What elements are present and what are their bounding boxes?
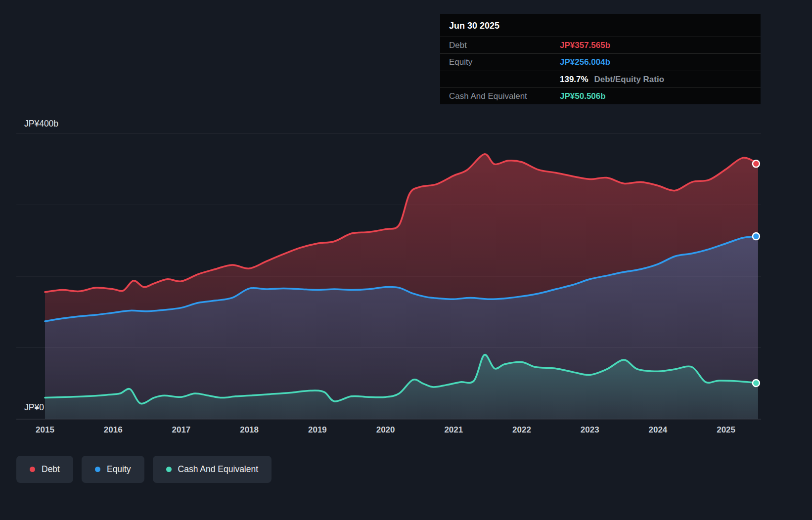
x-tick-2025: 2025: [717, 425, 735, 435]
x-tick-2022: 2022: [512, 425, 531, 435]
cash-series-dot-icon: [166, 467, 172, 472]
x-tick-2016: 2016: [104, 425, 123, 435]
x-tick-2021: 2021: [444, 425, 463, 435]
tooltip-debt-label: Debt: [449, 40, 560, 50]
debt-equity-history-panel: JP¥400b JP¥0 2015 2016 2017 2018 2019 20…: [0, 0, 812, 520]
x-tick-2020: 2020: [376, 425, 395, 435]
equity-series-dot-icon: [95, 467, 100, 472]
x-tick-2017: 2017: [172, 425, 190, 435]
x-tick-2023: 2023: [581, 425, 599, 435]
x-tick-2019: 2019: [308, 425, 327, 435]
legend: Debt Equity Cash And Equivalent: [16, 456, 271, 483]
x-tick-2015: 2015: [36, 425, 54, 435]
tooltip-debt-value: JP¥357.565b: [560, 40, 610, 50]
legend-item-cash[interactable]: Cash And Equivalent: [153, 456, 271, 483]
tooltip-equity-label: Equity: [449, 57, 560, 67]
tooltip-ratio-label: Debt/Equity Ratio: [594, 75, 664, 84]
tooltip-ratio-row: 139.7% Debt/Equity Ratio: [440, 71, 761, 87]
tooltip-cash-value: JP¥50.506b: [560, 91, 606, 101]
tooltip-debt-row: Debt JP¥357.565b: [440, 37, 761, 53]
tooltip-equity-row: Equity JP¥256.004b: [440, 53, 761, 70]
y-axis-label-min: JP¥0: [24, 402, 44, 413]
legend-debt-label: Debt: [42, 464, 60, 475]
tooltip-equity-value: JP¥256.004b: [560, 57, 610, 67]
x-tick-2018: 2018: [240, 425, 259, 435]
tooltip-ratio-value: 139.7%: [560, 75, 588, 84]
debt-series-dot-icon: [30, 467, 35, 472]
legend-equity-label: Equity: [107, 464, 131, 475]
chart-tooltip: Jun 30 2025 Debt JP¥357.565b Equity JP¥2…: [440, 14, 761, 104]
legend-cash-label: Cash And Equivalent: [178, 464, 258, 475]
legend-item-equity[interactable]: Equity: [82, 456, 144, 483]
legend-item-debt[interactable]: Debt: [16, 456, 73, 483]
tooltip-cash-label: Cash And Equivalent: [449, 91, 560, 101]
x-tick-2024: 2024: [648, 425, 667, 435]
tooltip-date: Jun 30 2025: [440, 14, 761, 37]
y-axis-label-max: JP¥400b: [24, 119, 58, 129]
tooltip-cash-row: Cash And Equivalent JP¥50.506b: [440, 87, 761, 104]
